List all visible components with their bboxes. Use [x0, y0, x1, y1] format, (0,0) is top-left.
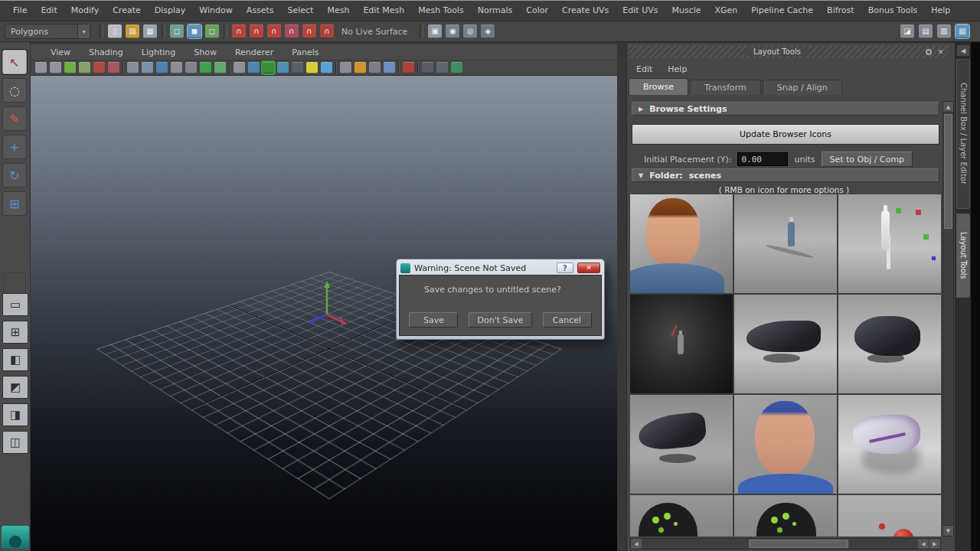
menu-item[interactable]: Muscle: [665, 1, 707, 21]
attribute-editor-icon[interactable]: ▤: [919, 24, 933, 38]
last-tool-slot[interactable]: [3, 272, 26, 295]
four-pane-layout[interactable]: ⊞: [2, 321, 28, 344]
scroll-up-icon[interactable]: ▲: [943, 102, 953, 112]
menu-item[interactable]: Pipeline Cache: [744, 1, 820, 21]
rotate-tool[interactable]: ↻: [2, 163, 27, 187]
gamma-icon[interactable]: [354, 62, 366, 73]
menu-item[interactable]: Normals: [471, 1, 520, 21]
shaded-mode-icon[interactable]: [248, 62, 260, 73]
hover-vehicle-angle-thumbnail[interactable]: [838, 295, 941, 393]
menu-item[interactable]: Create: [106, 1, 148, 21]
open-scene-icon[interactable]: ▨: [126, 24, 139, 38]
help-button[interactable]: ?: [557, 262, 573, 273]
snap-plane-icon[interactable]: ∩: [302, 24, 316, 38]
status-separator[interactable]: [100, 24, 103, 38]
set-to-obj-comp-button[interactable]: Set to Obj / Comp: [822, 152, 913, 167]
scrollbar-track[interactable]: [642, 539, 917, 549]
toy-thumbnail[interactable]: [838, 495, 941, 536]
menu-item[interactable]: Bifrost: [820, 1, 861, 21]
select-camera-icon[interactable]: [35, 62, 47, 73]
menu-item[interactable]: Assets: [240, 1, 281, 21]
menu-item[interactable]: Edit Mesh: [356, 1, 411, 21]
paint-selection-tool[interactable]: ✎: [2, 106, 27, 131]
tab-transform[interactable]: Transform: [690, 80, 761, 95]
persp-outliner-layout[interactable]: ◧: [2, 348, 28, 371]
dark-figure-thumbnail[interactable]: [630, 295, 733, 393]
tab-channel-box-layer-editor[interactable]: Channel Box / Layer Editor: [956, 59, 970, 209]
grid-toggle-icon[interactable]: [127, 62, 139, 73]
safe-title-icon[interactable]: [214, 62, 226, 73]
status-separator[interactable]: [162, 24, 165, 38]
scrollbar-thumb[interactable]: [749, 540, 848, 548]
dont-save-button[interactable]: Don't Save: [469, 312, 531, 328]
panel-menu-item[interactable]: Lighting: [134, 47, 183, 57]
tab-snap-align[interactable]: Snap / Align: [763, 80, 842, 95]
tab-browse[interactable]: Browse: [629, 78, 688, 95]
scroll-right-icon[interactable]: ▶: [929, 539, 940, 549]
light-aircraft-thumbnail[interactable]: [838, 395, 941, 494]
character-head-thumbnail[interactable]: [630, 194, 733, 293]
hypershade-persp-layout[interactable]: ◨: [2, 403, 28, 426]
mannequin-walk-thumbnail[interactable]: [838, 194, 941, 293]
use-all-lights-icon[interactable]: [277, 62, 289, 73]
render-settings-icon[interactable]: ◈: [481, 24, 495, 38]
lock-camera-icon[interactable]: [50, 62, 61, 73]
film-gate-icon[interactable]: [142, 62, 153, 73]
make-live-icon[interactable]: ∩: [320, 24, 334, 38]
scale-tool[interactable]: ⊞: [2, 191, 27, 216]
textured-mode-icon[interactable]: [263, 62, 274, 73]
resolution-gate-icon[interactable]: [156, 62, 168, 73]
outliner-persp-layout[interactable]: ◫: [2, 431, 28, 454]
menu-set-selector[interactable]: Polygons ▾: [5, 24, 90, 39]
menu-item[interactable]: XGen: [708, 1, 745, 21]
new-scene-icon[interactable]: ▯: [108, 24, 122, 38]
ipr-render-icon[interactable]: ◎: [463, 24, 477, 38]
walking-character-thumbnail[interactable]: [734, 194, 837, 293]
panel-menu-item[interactable]: Edit: [630, 64, 658, 74]
close-icon[interactable]: ✕: [936, 47, 945, 56]
render-current-frame-icon[interactable]: ◉: [446, 24, 459, 38]
lasso-tool[interactable]: ◌: [2, 78, 27, 103]
menu-item[interactable]: Bonus Tools: [861, 1, 925, 21]
default-material-icon[interactable]: [436, 62, 448, 73]
collapse-panel-icon[interactable]: ◀: [957, 45, 969, 56]
panel-menu-item[interactable]: Help: [662, 64, 693, 74]
image-plane-icon[interactable]: [93, 62, 105, 73]
save-scene-icon[interactable]: ▦: [143, 24, 157, 38]
tool-settings-icon[interactable]: ◪: [900, 24, 914, 38]
gate-mask-icon[interactable]: [171, 62, 182, 73]
safe-action-icon[interactable]: [200, 62, 211, 73]
scrollbar-thumb[interactable]: [944, 114, 952, 229]
menu-item[interactable]: Select: [280, 1, 320, 21]
pane-divider[interactable]: [617, 42, 626, 551]
menu-item[interactable]: Color: [519, 1, 555, 21]
hover-vehicle-thumbnail[interactable]: [734, 295, 837, 393]
wireframe-icon[interactable]: [234, 62, 245, 73]
close-button[interactable]: ✕: [577, 262, 600, 273]
menu-item[interactable]: Display: [148, 1, 193, 21]
update-browser-icons-button[interactable]: Update Browser Icons: [632, 124, 939, 145]
save-button[interactable]: Save: [409, 312, 458, 328]
menu-item[interactable]: Help: [924, 1, 957, 21]
channel-box-icon[interactable]: ▥: [937, 24, 951, 38]
render-view-icon[interactable]: ▣: [428, 24, 442, 38]
panel-menu-item[interactable]: View: [43, 47, 78, 57]
ambient-occlusion-icon[interactable]: [306, 62, 318, 73]
x-ray-icon[interactable]: [403, 62, 414, 73]
browse-settings-section[interactable]: ▶ Browse Settings: [632, 102, 939, 116]
menu-item[interactable]: Edit UVs: [616, 1, 665, 21]
controller-character-thumbnail[interactable]: [734, 495, 837, 536]
select-component-icon[interactable]: ◻: [205, 24, 219, 38]
snap-curve-icon[interactable]: ∩: [250, 24, 263, 38]
chevron-down-icon[interactable]: ▾: [77, 24, 90, 38]
initial-placement-input[interactable]: [737, 152, 788, 166]
folder-section[interactable]: ▼ Folder: scenes: [632, 168, 939, 182]
select-object-icon[interactable]: ◼: [188, 24, 201, 38]
wireframe-on-shaded-icon[interactable]: [422, 62, 433, 73]
menu-item[interactable]: Create UVs: [555, 1, 616, 21]
controller-thumbnail[interactable]: [630, 495, 733, 536]
status-separator[interactable]: [420, 24, 423, 38]
snap-point-icon[interactable]: ∩: [267, 24, 281, 38]
bookmark-icon[interactable]: [79, 62, 90, 73]
panel-menu-item[interactable]: Panels: [284, 47, 326, 57]
